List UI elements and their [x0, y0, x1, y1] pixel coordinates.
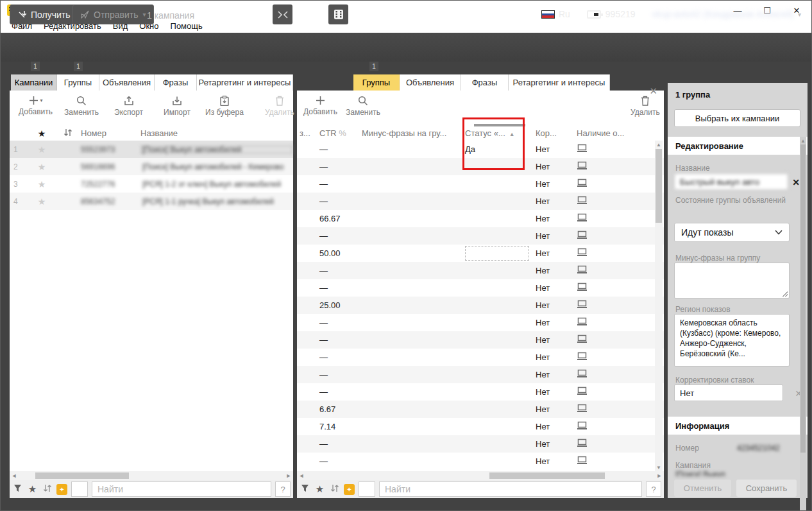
- scroll-up-icon[interactable]: ▲: [655, 141, 663, 148]
- menu-item[interactable]: Помощь: [165, 20, 208, 33]
- exact-match-toggle[interactable]: [71, 481, 88, 497]
- filter-funnel-icon[interactable]: [300, 484, 310, 494]
- star-icon[interactable]: ★: [29, 162, 55, 172]
- columns-view-button[interactable]: [328, 4, 348, 24]
- minus-column-header[interactable]: Минус-фразы на гру...: [362, 128, 465, 138]
- clear-name-icon[interactable]: ✕: [792, 177, 800, 187]
- tab-группы[interactable]: Группы: [353, 74, 400, 91]
- search-input[interactable]: [92, 481, 271, 497]
- scroll-down-icon[interactable]: ▼: [655, 463, 663, 471]
- group-row[interactable]: — Нет: [297, 366, 664, 383]
- send-button[interactable]: Отправить ▾: [72, 4, 154, 24]
- replace-button[interactable]: Заменить: [346, 96, 380, 117]
- exact-match-toggle[interactable]: [359, 481, 375, 497]
- campaign-name[interactable]: [Поиск] Выкуп автомобилей: [140, 145, 293, 154]
- tab-кампании[interactable]: Кампании: [11, 74, 57, 91]
- h-scrollbar[interactable]: ◄ ►: [10, 471, 293, 480]
- bid-adjustments-field[interactable]: Нет: [674, 385, 783, 401]
- star-column-header[interactable]: ★: [29, 128, 55, 139]
- campaign-row[interactable]: 1 ★ 55523973 [Поиск] Выкуп автомобилей: [10, 141, 293, 158]
- filter-funnel-icon[interactable]: [12, 484, 23, 494]
- name-column-header[interactable]: Название: [140, 128, 293, 138]
- scroll-right-icon[interactable]: ►: [284, 471, 293, 480]
- group-row[interactable]: 7.14 Нет: [297, 418, 664, 435]
- h-scroll-thumb[interactable]: [489, 472, 605, 479]
- group-row[interactable]: 66.67 Нет: [297, 210, 664, 227]
- save-button[interactable]: Сохранить: [736, 480, 797, 497]
- v-scroll-thumb[interactable]: [800, 144, 806, 453]
- account-menu[interactable]: vkup-avto42 (Кондрашов Алексей) ▾: [652, 9, 801, 19]
- search-help-button[interactable]: ?: [275, 481, 291, 497]
- delete-button[interactable]: Удалить: [630, 96, 660, 117]
- close-panel-icon[interactable]: ✕: [649, 85, 657, 97]
- star-icon[interactable]: ★: [29, 179, 55, 189]
- v-scrollbar[interactable]: ▲ ▼: [655, 141, 663, 471]
- group-row[interactable]: — Нет: [297, 193, 664, 210]
- group-state-select[interactable]: Идут показы: [674, 223, 790, 242]
- scroll-up-icon[interactable]: ▲: [800, 137, 806, 144]
- group-row[interactable]: — Нет: [297, 349, 664, 366]
- group-row[interactable]: — Нет: [297, 331, 664, 349]
- delete-button[interactable]: Удалить: [265, 96, 294, 117]
- name-field[interactable]: Быстрый выкуп авто: [674, 173, 788, 190]
- group-row[interactable]: — Нет: [297, 383, 664, 401]
- group-row[interactable]: 50.00 Нет: [297, 245, 664, 262]
- star-icon[interactable]: ★: [29, 196, 55, 207]
- tab-объявления[interactable]: Объявления: [400, 74, 461, 91]
- campaign-name[interactable]: [РСЯ] 1-1 ручка] Выкуп автомобилей: [140, 197, 293, 206]
- cancel-button[interactable]: Отменить: [674, 480, 731, 497]
- hidden-column-header[interactable]: з...: [300, 128, 319, 138]
- resize-grip[interactable]: [782, 291, 788, 297]
- replace-button[interactable]: Заменить: [64, 96, 99, 117]
- language-switch[interactable]: Ru: [541, 9, 570, 19]
- import-button[interactable]: Импорт: [164, 96, 190, 117]
- group-row[interactable]: — Нет: [297, 227, 664, 245]
- tab-ретаргетинг-и-интересы[interactable]: Ретаргетинг и интересы: [197, 74, 293, 91]
- group-row[interactable]: — Нет: [297, 435, 664, 453]
- filter-star-icon[interactable]: ★: [27, 483, 38, 495]
- add-button[interactable]: Добавить: [303, 96, 337, 116]
- panel-v-scrollbar[interactable]: ▲ ▼: [800, 137, 806, 511]
- sort-column-header[interactable]: [55, 128, 81, 139]
- filter-sort-icon[interactable]: [329, 484, 340, 494]
- region-field[interactable]: Кемеровская область (Кузбасс) (кроме: Ке…: [674, 314, 790, 367]
- scroll-left-icon[interactable]: ◄: [297, 471, 306, 480]
- ctr-column-header[interactable]: CTR %: [319, 128, 362, 138]
- campaign-name[interactable]: [Поиск] Выкуп автомобилей - Кемерово: [140, 162, 293, 171]
- number-column-header[interactable]: Номер: [81, 128, 140, 138]
- tab-объявления[interactable]: Объявления: [99, 74, 155, 91]
- group-row[interactable]: — Нет: [297, 314, 664, 331]
- add-button[interactable]: ▾ Добавить: [19, 96, 53, 116]
- campaign-row[interactable]: 4 ★ 85634752 [РСЯ] 1-1 ручка] Выкуп авто…: [10, 193, 293, 210]
- star-icon[interactable]: ★: [29, 144, 55, 155]
- export-button[interactable]: Экспорт: [114, 96, 143, 117]
- campaign-name[interactable]: [РСЯ] 1-2 эт ключ] Выкуп автомобилей: [140, 180, 293, 189]
- v-scroll-thumb[interactable]: [656, 149, 662, 223]
- group-row[interactable]: — Нет: [297, 279, 664, 297]
- group-row[interactable]: — Нет: [297, 175, 664, 193]
- tab-фразы[interactable]: Фразы: [461, 74, 509, 91]
- scroll-right-icon[interactable]: ►: [655, 471, 664, 480]
- minus-phrases-textarea[interactable]: [674, 263, 790, 299]
- corrections-column-header[interactable]: Кор...: [536, 128, 577, 138]
- filter-sort-icon[interactable]: [42, 484, 53, 494]
- h-scroll-thumb[interactable]: [35, 472, 129, 479]
- search-help-button[interactable]: ?: [646, 481, 661, 497]
- group-row[interactable]: 6.67 Нет: [297, 401, 664, 418]
- tab-ретаргетинг-и-интересы[interactable]: Ретаргетинг и интересы: [509, 74, 610, 91]
- from-buffer-button[interactable]: Из буфера: [205, 96, 244, 117]
- group-row[interactable]: — Нет: [297, 453, 664, 470]
- campaign-row[interactable]: 3 ★ 72522776 [РСЯ] 1-2 эт ключ] Выкуп ав…: [10, 175, 293, 193]
- presence-column-header[interactable]: Наличие о...: [577, 128, 664, 138]
- scroll-left-icon[interactable]: ◄: [10, 471, 19, 480]
- tab-группы[interactable]: Группы: [57, 74, 99, 91]
- filter-saved-icon[interactable]: ✦: [56, 484, 67, 495]
- tab-фразы[interactable]: Фразы: [155, 74, 197, 91]
- group-row[interactable]: — Нет: [297, 262, 664, 279]
- search-input[interactable]: [379, 481, 642, 497]
- filter-star-icon[interactable]: ★: [314, 483, 325, 495]
- h-scrollbar[interactable]: ◄ ►: [297, 471, 664, 480]
- select-campaign-button[interactable]: Выбрать их кампании: [674, 109, 800, 127]
- group-row[interactable]: 25.00 Нет: [297, 297, 664, 314]
- filter-saved-icon[interactable]: ✦: [344, 484, 355, 495]
